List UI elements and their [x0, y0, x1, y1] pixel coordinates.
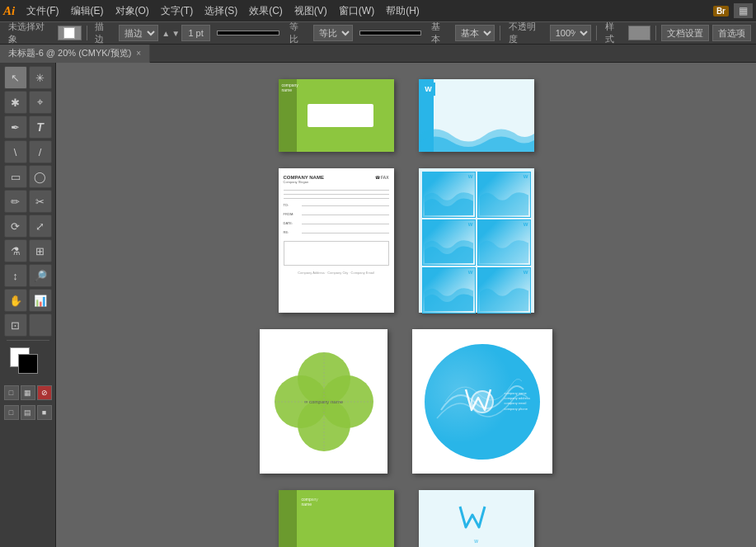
chart-tool[interactable]: 📊: [29, 289, 52, 312]
gradient-tool[interactable]: ↕: [4, 264, 27, 287]
fax-re-label: RE:: [284, 230, 300, 234]
hand-tool[interactable]: ✋: [4, 289, 27, 312]
fax-to-line: [302, 205, 389, 206]
symbol-sprayer-tool[interactable]: ⊡: [4, 314, 27, 337]
gradient-mode-btn[interactable]: ▦: [21, 385, 35, 400]
menu-effects[interactable]: 效果(C): [244, 2, 288, 20]
stroke-size-value[interactable]: 1 pt: [181, 25, 210, 41]
card-wave-svg-4: [480, 222, 528, 263]
menu-window[interactable]: 窗口(W): [334, 2, 379, 20]
fax-from-line: [302, 215, 389, 215]
rotate-tool[interactable]: ⟳: [4, 215, 27, 238]
active-tab[interactable]: 未标题-6 @ 20% (CMYK/预览) ×: [0, 45, 150, 63]
doc-settings-btn[interactable]: 文档设置: [661, 25, 709, 41]
pen-tool[interactable]: ✒: [4, 116, 27, 139]
main-layout: ↖ ✳ ✱ ⌖ ✒ T \ / ▭ ◯ ✏ ✂ ⟳ ⤢ ⚗ ⊞: [0, 63, 756, 547]
stroke-swatch[interactable]: [18, 354, 38, 374]
tool-row-7: ⟳ ⤢: [4, 215, 52, 238]
menu-edit[interactable]: 编辑(E): [66, 2, 109, 20]
document-blue-partial[interactable]: W: [419, 490, 534, 547]
extra-tool[interactable]: [29, 314, 52, 337]
card-w-label-6: W: [524, 270, 528, 275]
document-card-grid[interactable]: W W W: [419, 168, 534, 313]
fax-line-2: [284, 194, 389, 195]
document-flower[interactable]: ∞ company name: [260, 329, 387, 474]
tool-row-5: ▭ ◯: [4, 165, 52, 188]
normal-mode-btn[interactable]: □: [4, 385, 19, 400]
doc1-address-rect: [308, 104, 373, 127]
type-tool[interactable]: T: [29, 116, 52, 139]
flower-guidelines: [275, 352, 373, 451]
card-wave-svg-3: [425, 222, 473, 263]
bridge-icon[interactable]: Br: [713, 6, 729, 17]
canvas-row-1: companyname W: [89, 79, 723, 152]
magic-wand-tool[interactable]: ✱: [4, 91, 27, 114]
tool-row-10: ✋ 📊: [4, 289, 52, 312]
selection-tool[interactable]: ↖: [4, 66, 27, 89]
fill-color-swatch[interactable]: [58, 26, 81, 40]
direct-selection-tool[interactable]: ✳: [29, 66, 52, 89]
document-cd[interactable]: company namecompany addresscompany email…: [412, 329, 552, 474]
zoom-tool[interactable]: 🔎: [29, 264, 52, 287]
document-fax-form[interactable]: COMPANY NAME Company Slogan ☎ FAX TO: FR…: [279, 168, 394, 313]
opacity-select[interactable]: 100%: [550, 25, 591, 41]
preferences-btn[interactable]: 首选项: [712, 25, 751, 41]
document-blue-card[interactable]: W: [419, 79, 534, 152]
toolbar: 未选择对象 描边 描边 ▲ ▼ 1 pt 等比 等比 基本 基本 不透明度 10…: [0, 21, 756, 45]
ai-logo: Ai: [3, 4, 15, 18]
card-wave-svg: [425, 174, 473, 215]
none-mode-btn[interactable]: ⊘: [37, 385, 52, 400]
base-select[interactable]: 基本: [455, 25, 495, 41]
menu-help[interactable]: 帮助(H): [381, 2, 425, 20]
fax-subtitle: Company Slogan: [284, 180, 324, 184]
stroke-preview: [217, 31, 279, 35]
menu-file[interactable]: 文件(F): [21, 2, 63, 20]
tool-row-1: ↖ ✳: [4, 66, 52, 89]
stroke-up-arrow[interactable]: ▲: [162, 29, 170, 38]
canvas-row-2: COMPANY NAME Company Slogan ☎ FAX TO: FR…: [89, 168, 723, 313]
stroke-select[interactable]: 描边: [119, 25, 158, 41]
tool-row-6: ✏ ✂: [4, 190, 52, 213]
lasso-tool[interactable]: ⌖: [29, 91, 52, 114]
brush-tool[interactable]: ✏: [4, 190, 27, 213]
mesh-tool[interactable]: ⊞: [29, 239, 52, 262]
tab-close-btn[interactable]: ×: [136, 49, 141, 58]
menu-view[interactable]: 视图(V): [289, 2, 332, 20]
fax-date-label: DATE:: [284, 221, 300, 225]
zoom-select[interactable]: 等比: [313, 25, 353, 41]
tool-row-8: ⚗ ⊞: [4, 239, 52, 262]
ellipse-tool[interactable]: ◯: [29, 165, 52, 188]
canvas-area[interactable]: companyname W COMPANY NAME Comp: [56, 63, 756, 547]
toolbox-separator: [7, 340, 49, 341]
screen-mode-2[interactable]: ▤: [21, 405, 35, 420]
fax-from-label: FROM:: [284, 212, 300, 216]
menu-select[interactable]: 选择(S): [200, 2, 242, 20]
menu-object[interactable]: 对象(O): [110, 2, 154, 20]
toolbox: ↖ ✳ ✱ ⌖ ✒ T \ / ▭ ◯ ✏ ✂ ⟳ ⤢ ⚗ ⊞: [0, 63, 56, 547]
fax-field-row-2: FROM:: [284, 212, 389, 216]
line-tool[interactable]: \: [4, 140, 27, 163]
scissors-tool[interactable]: ✂: [29, 190, 52, 213]
rectangle-tool[interactable]: ▭: [4, 165, 27, 188]
arc-tool[interactable]: /: [29, 140, 52, 163]
cd-disc: company namecompany addresscompany email…: [425, 344, 540, 460]
screen-mode-3[interactable]: ■: [37, 405, 52, 420]
cd-text-info: company namecompany addresscompany email…: [504, 391, 530, 413]
stroke-down-arrow[interactable]: ▼: [171, 29, 180, 38]
fax-date-line: [302, 224, 389, 224]
card-wave-svg-2: [480, 174, 528, 215]
scale-tool[interactable]: ⤢: [29, 215, 52, 238]
tool-row-3: ✒ T: [4, 116, 52, 139]
blend-tool[interactable]: ⚗: [4, 239, 27, 262]
screen-mode-1[interactable]: □: [4, 405, 19, 420]
style-label: 样式: [602, 21, 626, 45]
card-grid-item-4: W: [477, 219, 531, 266]
document-green-envelope[interactable]: companyname: [279, 79, 394, 152]
doc2-wave: [419, 119, 534, 152]
screen-mode-row: □ ▤ ■: [4, 405, 52, 420]
style-swatch[interactable]: [628, 26, 650, 40]
document-green-letterhead-partial[interactable]: companyname: [279, 490, 394, 547]
card-w-label-2: W: [524, 174, 528, 179]
view-layout-icon[interactable]: ▦: [734, 3, 753, 18]
menu-text[interactable]: 文字(T): [156, 2, 198, 20]
